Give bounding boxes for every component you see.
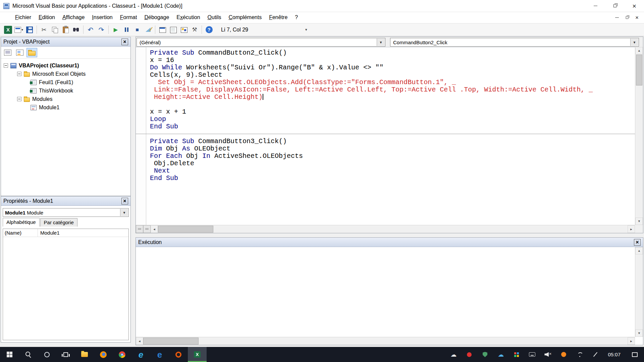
horizontal-scrollbar-thumb[interactable] — [158, 226, 213, 233]
edge-button[interactable] — [150, 347, 169, 362]
menu-item[interactable]: ? — [291, 12, 302, 23]
menu-insertion[interactable]: Insertion — [88, 12, 116, 23]
mdi-minimize-button[interactable] — [612, 13, 622, 22]
code-line[interactable]: End Sub — [147, 123, 635, 130]
menu-ex-cution[interactable]: Exécution — [173, 12, 204, 23]
find-button[interactable] — [71, 25, 81, 35]
undo-button[interactable] — [86, 25, 96, 35]
menu-outils[interactable]: Outils — [204, 12, 225, 23]
project-panel-header[interactable]: Projet - VBAProject × — [1, 37, 130, 47]
design-mode-button[interactable] — [143, 25, 153, 35]
excel-view-button[interactable] — [3, 25, 13, 35]
property-value[interactable]: Module1 — [38, 230, 60, 236]
immediate-vertical-scrollbar[interactable]: ▲ ▼ — [635, 247, 643, 337]
code-line[interactable]: For Each Obj In ActiveSheet.OLEObjects — [147, 153, 635, 160]
menu-fichier[interactable]: Fichier — [11, 12, 35, 23]
save-button[interactable] — [24, 25, 35, 35]
ie-button[interactable] — [131, 347, 150, 362]
scroll-left-arrow[interactable]: ◄ — [151, 225, 158, 233]
close-button[interactable]: × — [625, 0, 644, 12]
code-line[interactable]: Next — [147, 167, 635, 175]
horizontal-scrollbar-thumb[interactable] — [143, 338, 199, 345]
procedure-separator[interactable] — [147, 130, 635, 138]
properties-window-button[interactable] — [168, 25, 178, 35]
task-view-button[interactable] — [56, 347, 75, 362]
copy-button[interactable] — [50, 25, 60, 35]
tree-item-microsoft-excel-objets[interactable]: Microsoft Excel Objets — [1, 70, 130, 78]
full-module-view-button[interactable] — [143, 225, 151, 233]
code-line[interactable]: Loop — [147, 116, 635, 123]
pen-button[interactable] — [587, 347, 603, 362]
collapse-toggle-icon[interactable] — [4, 63, 8, 68]
scroll-down-arrow[interactable]: ▼ — [635, 218, 643, 225]
toolbox-button[interactable] — [190, 25, 200, 35]
code-editor[interactable]: Private Sub CommandButton2_Click()x = 16… — [136, 47, 635, 225]
mdi-close-button[interactable]: × — [632, 13, 642, 22]
file-explorer-button[interactable] — [75, 347, 94, 362]
immediate-window-header[interactable]: Exécution × — [136, 238, 643, 247]
code-line[interactable]: Set Obj = ActiveSheet.OLEObjects.Add(Cla… — [147, 79, 635, 86]
chevron-down-icon[interactable]: ▼ — [377, 39, 385, 46]
code-vertical-scrollbar[interactable]: ▲ ▼ — [635, 47, 643, 225]
code-line[interactable]: Dim Obj As OLEObject — [147, 145, 635, 153]
network-button[interactable] — [572, 347, 587, 362]
defender-shield-button[interactable] — [477, 347, 493, 362]
code-line[interactable]: x = x + 1 — [147, 108, 635, 116]
tree-item-thisworkbook[interactable]: ThisWorkbook — [1, 86, 130, 95]
break-button[interactable] — [121, 25, 131, 35]
chevron-down-icon[interactable]: ▼ — [120, 209, 128, 216]
chevron-down-icon[interactable]: ▼ — [630, 39, 638, 46]
scroll-right-arrow[interactable]: ► — [628, 337, 635, 345]
menu-d-bogage[interactable]: Débogage — [141, 12, 173, 23]
action-center-button[interactable] — [625, 347, 644, 362]
keyboard-button[interactable] — [524, 347, 540, 362]
paste-button[interactable] — [60, 25, 70, 35]
tree-item-module1[interactable]: Module1 — [1, 103, 130, 112]
code-line[interactable]: End Sub — [147, 175, 635, 182]
immediate-content[interactable] — [136, 247, 635, 337]
code-line[interactable]: Height:=Active Cell.Height) — [147, 94, 635, 101]
menu-format[interactable]: Format — [116, 12, 141, 23]
scroll-right-arrow[interactable]: ► — [628, 225, 635, 233]
clock[interactable]: 05:07 — [603, 347, 625, 362]
object-browser-button[interactable] — [179, 25, 189, 35]
project-panel-close-button[interactable]: × — [121, 39, 128, 45]
code-line[interactable]: Private Sub CommandButton3_Click() — [147, 138, 635, 145]
minimize-button[interactable] — [586, 0, 605, 12]
code-horizontal-scrollbar[interactable]: ◄ ► — [136, 225, 635, 233]
code-line[interactable]: Obj.Delete — [147, 160, 635, 167]
colors-grid-button[interactable] — [508, 347, 524, 362]
procedure-dropdown[interactable]: CommandButton2_Click ▼ — [390, 38, 639, 47]
scroll-up-arrow[interactable]: ▲ — [635, 47, 643, 54]
cut-button[interactable] — [39, 25, 49, 35]
code-line[interactable]: Link:=False, DisplayAsIcon:=False, Left:… — [147, 86, 635, 94]
start-button[interactable] — [0, 347, 19, 362]
menu-affichage[interactable]: Affichage — [59, 12, 88, 23]
scrollbar-track[interactable] — [213, 225, 628, 233]
code-line[interactable]: Private Sub CommandButton2_Click() — [147, 49, 635, 57]
mdi-restore-button[interactable] — [622, 13, 632, 22]
toolbar-overflow-button[interactable]: ▾ — [305, 27, 307, 32]
immediate-horizontal-scrollbar[interactable]: ◄ ► — [136, 337, 635, 345]
view-object-button[interactable] — [14, 48, 25, 57]
code-line[interactable]: x = 16 — [147, 57, 635, 64]
collapse-toggle-icon[interactable] — [17, 72, 21, 76]
property-row[interactable]: (Name)Module1 — [3, 229, 128, 237]
browser-orange-button[interactable] — [169, 347, 188, 362]
menu-compl-ments[interactable]: Compléments — [225, 12, 265, 23]
collapse-toggle-icon[interactable] — [17, 97, 21, 101]
firefox-button[interactable] — [94, 347, 113, 362]
properties-panel-close-button[interactable]: × — [121, 198, 128, 204]
search-button[interactable] — [19, 347, 38, 362]
insert-userform-button[interactable]: ▾ — [14, 25, 24, 35]
tab-categorized[interactable]: Par catégorie — [40, 218, 77, 227]
view-code-button[interactable] — [2, 48, 13, 57]
cloud-blue-button[interactable] — [493, 347, 508, 362]
chrome-button[interactable] — [113, 347, 131, 362]
avast-button[interactable] — [556, 347, 572, 362]
tab-alphabetic[interactable]: Alphabétique — [3, 218, 40, 227]
run-button[interactable] — [111, 25, 121, 35]
code-line[interactable]: Cells(x, 9).Select — [147, 71, 635, 79]
vertical-scrollbar-thumb[interactable] — [636, 55, 642, 85]
red-badge-button[interactable] — [461, 347, 477, 362]
